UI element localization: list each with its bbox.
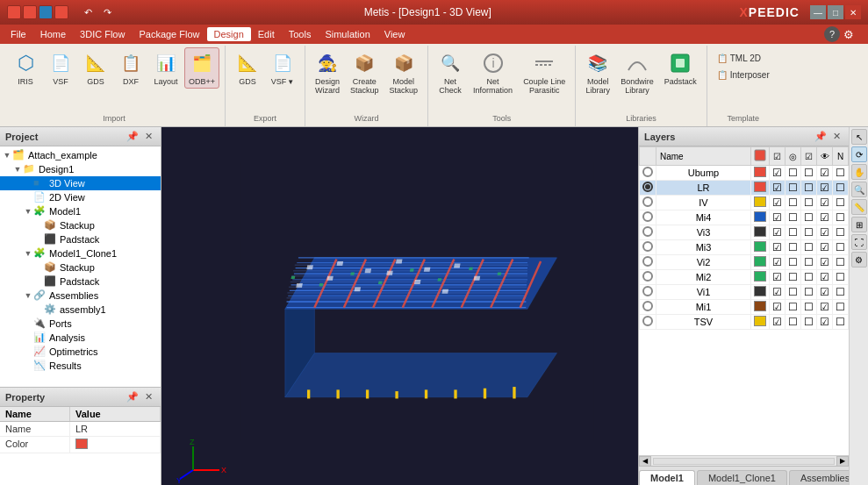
layer-c4-mi3[interactable]: ☑	[817, 240, 833, 255]
layer-color-ubump[interactable]	[751, 166, 770, 181]
project-tree[interactable]: ▼ 🗂️ Attach_example ▼ 📁 Design1 ■ 3D Vie…	[0, 146, 161, 387]
tab-model1[interactable]: Model1	[639, 470, 695, 485]
property-pin-button[interactable]: 📌	[126, 390, 140, 404]
tree-item-assemblies[interactable]: ▼ 🔗 Assemblies	[0, 289, 161, 303]
tool-zoom[interactable]: 🔍	[851, 182, 867, 197]
model-library-button[interactable]: 📚 Model Library	[581, 47, 614, 97]
layer-c4-mi4[interactable]: ☑	[817, 210, 833, 225]
tree-item-model1[interactable]: ▼ 🧩 Model1	[0, 204, 161, 218]
tree-item-padstack1[interactable]: ⬛ Padstack	[0, 232, 161, 246]
layer-radio-vi1[interactable]	[640, 285, 656, 300]
layer-radio-vi2[interactable]	[640, 255, 656, 270]
layer-c1-vi2[interactable]: ☑	[770, 255, 786, 270]
layer-c5-vi3[interactable]: ☐	[833, 225, 849, 240]
layer-color-mi4[interactable]	[751, 210, 770, 225]
layer-c5-ubump[interactable]: ☐	[833, 166, 849, 181]
layer-c2-lr[interactable]: ☐	[786, 181, 801, 196]
help-button[interactable]: ?	[824, 26, 840, 42]
interposer-button[interactable]: 📋 Interposer	[713, 68, 774, 82]
layer-c4-ubump[interactable]: ☑	[817, 166, 833, 181]
tree-item-analysis[interactable]: 📊 Analysis	[0, 331, 161, 345]
tree-item-stackup1[interactable]: 📦 Stackup	[0, 218, 161, 232]
layer-c2-mi1[interactable]: ☐	[786, 300, 801, 315]
tool-cursor[interactable]: ↖	[851, 129, 867, 145]
layer-c4-mi2[interactable]: ☑	[817, 270, 833, 285]
layer-color-mi2[interactable]	[751, 270, 770, 285]
layer-c3-vi2[interactable]: ☐	[801, 255, 817, 270]
layer-row-mi1[interactable]: Mi1☑☐☐☑☐	[640, 300, 849, 315]
layer-color-vi2[interactable]	[751, 255, 770, 270]
vsf-button[interactable]: 📄 VSF	[44, 47, 77, 89]
layer-radio-mi4[interactable]	[640, 210, 656, 225]
hscroll-left-button[interactable]: ◀	[639, 456, 651, 467]
window-controls[interactable]: — □ ✕	[810, 5, 861, 19]
layer-c5-lr[interactable]: ☐	[833, 181, 849, 196]
settings-button[interactable]: ⚙	[840, 25, 857, 43]
layer-row-tsv[interactable]: TSV☑☐☐☑☐	[640, 315, 849, 330]
layer-c4-vi1[interactable]: ☑	[817, 285, 833, 300]
layer-radio-mi2[interactable]	[640, 270, 656, 285]
tree-item-ports[interactable]: 🔌 Ports	[0, 317, 161, 331]
layer-radio-iv[interactable]	[640, 196, 656, 210]
layer-c1-ubump[interactable]: ☑	[770, 166, 786, 181]
hscroll-track[interactable]	[653, 458, 835, 465]
layer-color-vi1[interactable]	[751, 285, 770, 300]
tab-model1-clone1[interactable]: Model1_Clone1	[697, 470, 787, 485]
menu-home[interactable]: Home	[33, 27, 73, 41]
menu-edit[interactable]: Edit	[251, 27, 282, 41]
menu-view[interactable]: View	[377, 27, 412, 41]
layer-radio-vi3[interactable]	[640, 225, 656, 240]
menu-3dic-flow[interactable]: 3DIC Flow	[73, 27, 132, 41]
layer-c1-vi1[interactable]: ☑	[770, 285, 786, 300]
tool-fit[interactable]: ⛶	[851, 234, 867, 250]
tml-2d-button[interactable]: 📋 TML 2D	[713, 51, 774, 66]
layer-c3-iv[interactable]: ☐	[801, 196, 817, 210]
tool-measure[interactable]: 📏	[851, 199, 867, 215]
layer-c2-mi4[interactable]: ☐	[786, 210, 801, 225]
close-panel-button[interactable]: ✕	[141, 130, 155, 144]
layer-c5-mi3[interactable]: ☐	[833, 240, 849, 255]
layer-c2-iv[interactable]: ☐	[786, 196, 801, 210]
layer-radio-mi1[interactable]	[640, 300, 656, 315]
padstack-button[interactable]: Padstack	[660, 47, 701, 89]
layer-c5-tsv[interactable]: ☐	[833, 315, 849, 330]
menu-simulation[interactable]: Simulation	[318, 27, 377, 41]
design-wizard-button[interactable]: 🧙 Design Wizard	[311, 47, 344, 97]
layers-close-button[interactable]: ✕	[829, 130, 843, 144]
layer-c1-mi3[interactable]: ☑	[770, 240, 786, 255]
tree-item-design1[interactable]: ▼ 📁 Design1	[0, 162, 161, 176]
bondwire-library-button[interactable]: Bondwire Library	[616, 47, 658, 97]
undo-button[interactable]: ↶	[79, 4, 97, 21]
tree-item-padstack2[interactable]: ⬛ Padstack	[0, 275, 161, 289]
tree-item-2d-view[interactable]: 📄 2D View	[0, 190, 161, 204]
layer-radio-tsv[interactable]	[640, 315, 656, 330]
tool-layer[interactable]: ⊞	[851, 217, 867, 232]
layer-color-mi1[interactable]	[751, 300, 770, 315]
minimize-button[interactable]: —	[810, 5, 826, 19]
couple-line-button[interactable]: Couple Line Parasitic	[519, 47, 570, 97]
tree-item-assembly1[interactable]: ⚙️ assembly1	[0, 303, 161, 317]
layer-c3-vi1[interactable]: ☐	[801, 285, 817, 300]
layer-c1-mi2[interactable]: ☑	[770, 270, 786, 285]
layer-c4-vi2[interactable]: ☑	[817, 255, 833, 270]
layer-c4-vi3[interactable]: ☑	[817, 225, 833, 240]
layers-pin-button[interactable]: 📌	[814, 130, 828, 144]
model-stackup-button[interactable]: 📦 Model Stackup	[385, 47, 423, 97]
layer-c3-ubump[interactable]: ☐	[801, 166, 817, 181]
layer-row-lr[interactable]: LR☑☐☐☑☐	[640, 181, 849, 196]
layer-row-ubump[interactable]: Ubump☑☐☐☑☐	[640, 166, 849, 181]
layer-color-lr[interactable]	[751, 181, 770, 196]
layer-color-tsv[interactable]	[751, 315, 770, 330]
maximize-button[interactable]: □	[828, 5, 843, 19]
tool-pan[interactable]: ✋	[851, 164, 867, 180]
layer-radio-lr[interactable]	[640, 181, 656, 196]
layer-row-mi4[interactable]: Mi4☑☐☐☑☐	[640, 210, 849, 225]
layer-row-vi2[interactable]: Vi2☑☐☐☑☐	[640, 255, 849, 270]
layer-c3-tsv[interactable]: ☐	[801, 315, 817, 330]
gds-button[interactable]: 📐 GDS	[79, 47, 112, 89]
tree-item-optimetrics[interactable]: 📈 Optimetrics	[0, 345, 161, 359]
redo-button[interactable]: ↷	[98, 4, 116, 21]
layer-c4-lr[interactable]: ☑	[817, 181, 833, 196]
layer-c1-lr[interactable]: ☑	[770, 181, 786, 196]
layer-c1-tsv[interactable]: ☑	[770, 315, 786, 330]
